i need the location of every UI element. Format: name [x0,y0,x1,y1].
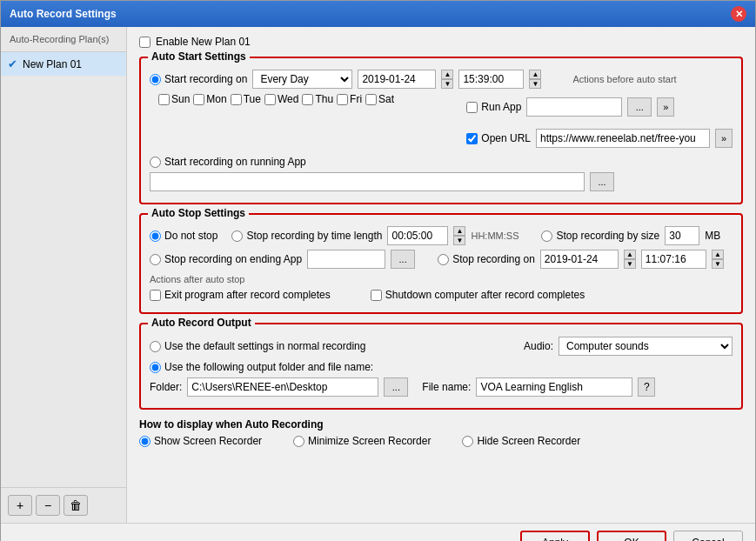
stop-by-time-radio[interactable] [231,230,243,242]
start-time-input[interactable] [458,70,524,89]
stop-time-down-btn[interactable]: ▼ [453,236,465,245]
remove-plan-button[interactable]: − [36,495,60,516]
close-button[interactable]: ✕ [731,6,746,22]
stop-date-input[interactable] [540,250,619,269]
do-not-stop-label[interactable]: Do not stop [150,230,217,242]
sun-check: Sun [158,93,190,105]
wed-checkbox[interactable] [264,94,276,105]
start-date-input[interactable] [358,70,436,89]
date-down-btn[interactable]: ▼ [441,79,453,89]
fri-checkbox[interactable] [337,94,348,105]
running-app-input[interactable] [150,172,585,191]
time-up-btn[interactable]: ▲ [529,70,541,79]
running-app-browse-btn[interactable]: ... [590,172,614,191]
enable-row: Enable New Plan 01 [139,36,743,48]
stop-row1: Do not stop Stop recording by time lengt… [150,226,733,245]
stop-ending-app-radio[interactable] [150,254,161,265]
run-app-arrow-btn[interactable]: » [657,97,674,117]
start-on-radio-label[interactable]: Start recording on [150,73,247,85]
start-right-col: Run App ... » Open URL » [466,93,733,152]
ending-app-input[interactable] [307,250,385,269]
folder-input[interactable] [187,377,378,397]
stop-date-down-btn[interactable]: ▼ [624,259,636,269]
running-app-input-row: ... [150,172,733,191]
enable-plan-checkbox[interactable] [139,37,151,48]
stop-time-input[interactable] [387,226,448,245]
folder-browse-btn[interactable]: ... [384,377,408,397]
stop-time-up-btn[interactable]: ▲ [453,226,465,236]
sun-checkbox[interactable] [158,94,170,105]
audio-row: Audio: Computer sounds Microphone No Aud… [524,337,733,356]
run-app-browse-btn[interactable]: ... [627,97,652,117]
sat-checkbox[interactable] [365,94,377,105]
apply-button[interactable]: Apply [520,531,590,541]
shutdown-computer-checkbox[interactable] [371,290,382,301]
start-left-col: Sun Mon Tue [150,93,458,105]
delete-plan-button[interactable]: 🗑 [64,495,88,516]
minimize-screen-label[interactable]: Minimize Screen Recorder [293,435,431,447]
audio-select[interactable]: Computer sounds Microphone No Audio [559,337,733,356]
open-url-checkbox-label: Open URL [466,132,531,144]
ending-app-browse-btn[interactable]: ... [391,250,415,269]
check-icon: ✔ [8,57,17,70]
minimize-screen-radio[interactable] [293,436,304,447]
start-running-app-radio-label[interactable]: Start recording on running App [150,156,306,168]
hhmm-label: HH:MM:SS [471,230,518,241]
open-url-input[interactable] [536,129,710,148]
filename-help-btn[interactable]: ? [638,377,655,397]
stop-on-date-label[interactable]: Stop recording on [438,253,535,265]
auto-output-label: Auto Record Output [148,317,255,329]
sidebar: Auto-Recording Plan(s) ✔ New Plan 01 + −… [1,27,127,523]
actions-after-label: Actions after auto stop [150,274,733,284]
every-day-select[interactable]: Every Day Every Mon-Fri Every Weekend Cu… [252,70,352,89]
exit-program-checkbox[interactable] [150,290,161,301]
exit-program-label: Exit program after record completes [150,289,331,301]
custom-output-label[interactable]: Use the following output folder and file… [150,361,373,373]
stop-ending-app-label[interactable]: Stop recording on ending App [150,253,302,265]
dialog-title: Auto Record Settings [10,8,117,20]
sidebar-item-new-plan-01[interactable]: ✔ New Plan 01 [1,52,126,76]
stop-time-spinner: ▲ ▼ [453,226,465,245]
start-recording-row: Start recording on Every Day Every Mon-F… [150,70,733,89]
stop-time2-up-btn[interactable]: ▲ [712,250,724,259]
output-left: Use the default settings in normal recor… [150,336,518,357]
after-actions-checkboxes: Exit program after record completes Shut… [150,289,733,301]
open-url-arrow-btn[interactable]: » [715,129,733,148]
hide-screen-label[interactable]: Hide Screen Recorder [462,435,580,447]
stop-date-up-btn[interactable]: ▲ [624,250,636,259]
sidebar-controls: + − 🗑 [1,487,126,523]
sat-check: Sat [365,93,394,105]
time-down-btn[interactable]: ▼ [529,79,541,89]
run-app-input[interactable] [526,97,622,117]
stop-by-size-label[interactable]: Stop recording by size [541,230,659,242]
open-url-checkbox[interactable] [466,133,478,144]
add-plan-button[interactable]: + [8,495,32,516]
custom-output-radio[interactable] [150,362,161,373]
show-screen-radio[interactable] [139,436,151,447]
stop-time2-down-btn[interactable]: ▼ [712,259,724,269]
show-screen-label[interactable]: Show Screen Recorder [139,435,262,447]
stop-on-date-radio[interactable] [438,254,449,265]
cancel-button[interactable]: Cancel [673,531,743,541]
thu-checkbox[interactable] [302,94,313,105]
display-label: How to display when Auto Recording [139,418,324,431]
start-running-app-radio[interactable] [150,157,161,168]
default-settings-label[interactable]: Use the default settings in normal recor… [150,340,365,352]
do-not-stop-radio[interactable] [150,230,161,242]
run-app-checkbox[interactable] [466,102,478,113]
filename-input[interactable] [476,377,632,397]
stop-size-input[interactable] [665,226,699,245]
ok-button[interactable]: OK [597,531,666,541]
stop-by-time-label[interactable]: Stop recording by time length [231,230,382,242]
tue-checkbox[interactable] [231,94,242,105]
mon-check: Mon [193,93,226,105]
stop-time2-input[interactable] [641,250,706,269]
hide-screen-radio[interactable] [462,436,473,447]
start-on-radio[interactable] [150,74,161,85]
display-section: How to display when Auto Recording Show … [139,418,743,447]
mon-checkbox[interactable] [193,94,204,105]
default-settings-radio[interactable] [150,341,161,352]
date-up-btn[interactable]: ▲ [441,70,453,79]
stop-by-size-radio[interactable] [541,230,552,242]
sidebar-header: Auto-Recording Plan(s) [1,27,126,52]
